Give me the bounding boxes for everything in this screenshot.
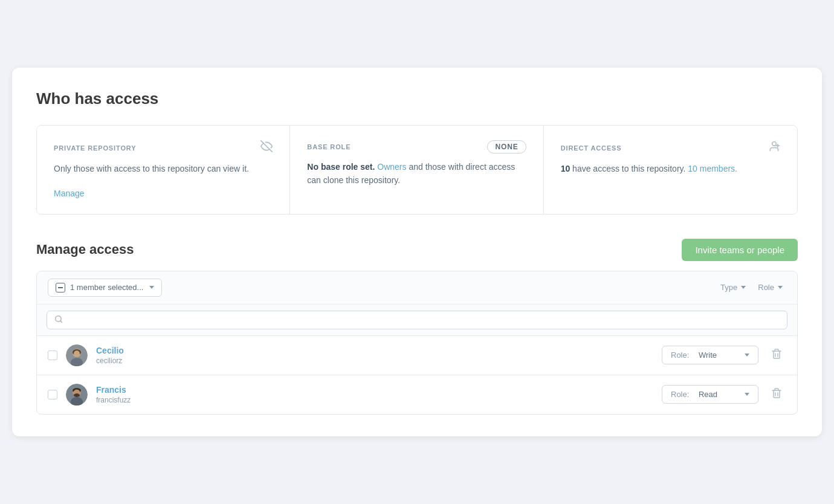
type-chevron-icon [741,286,746,289]
members-link[interactable]: 10 members. [688,164,737,173]
francis-info: Francis francisfuzz [96,385,653,404]
role-label: Role: [671,390,689,399]
svg-point-1 [772,142,777,146]
search-row [37,305,797,336]
cecilio-delete-icon[interactable] [767,346,786,364]
main-container: Who has access PRIVATE REPOSITORY Only t… [12,68,822,436]
filter-row: Type Role [717,280,786,294]
base-role-body: No base role set. Owners and those with … [307,161,526,187]
cecilio-name: Cecilio [96,346,653,355]
role-filter[interactable]: Role [754,280,786,294]
minus-icon [56,283,65,292]
manage-header: Manage access Invite teams or people [36,239,798,261]
private-repo-card: PRIVATE REPOSITORY Only those with acces… [37,126,290,213]
chevron-down-icon [149,286,154,289]
role-label: Role: [671,351,689,360]
role-value: Read [699,390,717,399]
search-icon [54,315,63,325]
svg-point-9 [74,351,80,357]
type-filter[interactable]: Type [717,280,749,294]
private-repo-body: Only those with access to this repositor… [54,163,273,176]
role-chevron-down-icon [745,354,749,357]
table-row: Cecilio ceciliorz Role: Write [37,336,797,375]
owners-link[interactable]: Owners [375,162,406,172]
cecilio-info: Cecilio ceciliorz [96,346,653,365]
table-row: Francis francisfuzz Role: Read [37,375,797,414]
francis-avatar [66,384,88,405]
invite-button[interactable]: Invite teams or people [682,239,798,261]
eye-off-icon [260,140,273,155]
table-toolbar: 1 member selected... Type Role [37,271,797,305]
francis-role-dropdown[interactable]: Role: Read [662,385,758,404]
francis-name: Francis [96,385,653,395]
base-role-badge: None [487,140,526,153]
svg-point-17 [74,393,80,397]
cecilio-role-dropdown[interactable]: Role: Write [662,346,758,364]
member-selected-dropdown[interactable]: 1 member selected... [48,279,162,297]
role-chevron-icon [778,286,783,289]
direct-access-label: DIRECT ACCESS [561,140,780,155]
access-table: 1 member selected... Type Role [36,271,798,415]
francis-delete-icon[interactable] [767,386,786,404]
search-wrapper [47,311,787,329]
role-value: Write [699,351,717,360]
page-title: Who has access [36,89,798,108]
direct-access-card: DIRECT ACCESS 10 have access to this rep… [544,126,797,213]
person-add-icon [768,140,780,155]
private-repo-label: PRIVATE REPOSITORY [54,140,273,155]
cecilio-avatar [66,344,88,366]
manage-link[interactable]: Manage [54,189,85,198]
francis-checkbox[interactable] [48,390,57,399]
search-input[interactable] [68,315,780,325]
cecilio-checkbox[interactable] [48,351,57,360]
francis-username: francisfuzz [96,396,653,404]
manage-access-title: Manage access [36,242,134,257]
role-chevron-down-icon [745,393,749,396]
direct-access-body: 10 have access to this repository. 10 me… [561,163,780,176]
cecilio-username: ceciliorz [96,357,653,365]
base-role-card: BASE ROLE None No base role set. Owners … [290,126,543,213]
base-role-label: BASE ROLE None [307,140,526,153]
svg-line-5 [60,320,62,322]
access-cards: PRIVATE REPOSITORY Only those with acces… [36,125,798,214]
